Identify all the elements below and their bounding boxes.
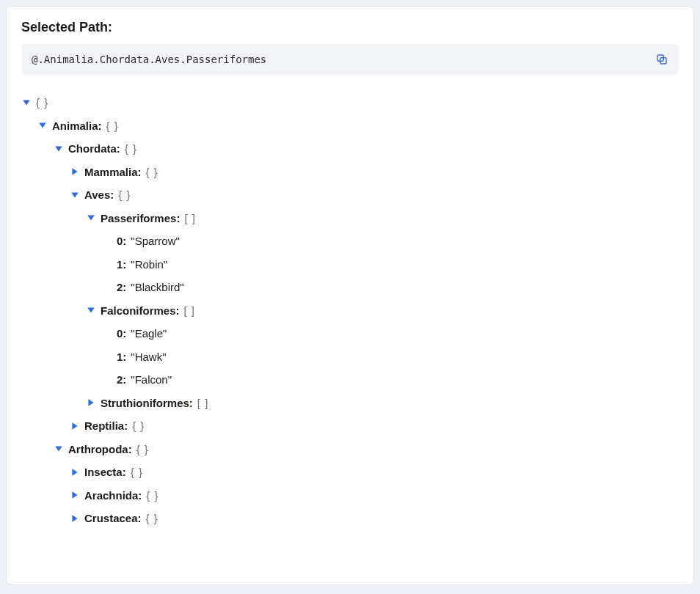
item-value: "Eagle" <box>131 322 167 345</box>
array-item[interactable]: 0: "Sparrow" <box>102 230 679 253</box>
chevron-down-icon[interactable] <box>21 98 32 108</box>
item-index: 2 <box>117 276 123 299</box>
tree-node-crustacea[interactable]: Crustacea: { } <box>70 507 679 530</box>
tree-node-insecta[interactable]: Insecta: { } <box>70 461 679 484</box>
node-key: Crustacea <box>84 507 138 530</box>
node-type-icon: { } <box>131 461 143 484</box>
selected-path-text: @.Animalia.Chordata.Aves.Passeriformes <box>32 54 266 65</box>
item-value: "Falcon" <box>131 368 172 392</box>
node-key: Falconiformes <box>101 299 176 323</box>
chevron-down-icon[interactable] <box>54 144 64 154</box>
tree-node-struthioniformes[interactable]: Struthioniformes: [ ] <box>86 392 679 415</box>
item-value: "Blackbird" <box>131 276 183 299</box>
node-key: Passeriformes <box>101 207 176 230</box>
chevron-right-icon[interactable] <box>70 490 80 500</box>
chevron-right-icon[interactable] <box>70 421 80 431</box>
chevron-down-icon[interactable] <box>86 213 96 223</box>
chevron-right-icon[interactable] <box>86 397 96 408</box>
item-index: 0 <box>117 322 123 345</box>
node-key: Insecta <box>84 461 123 484</box>
node-key: Chordata <box>68 137 117 161</box>
node-type-icon: [ ] <box>197 392 209 415</box>
chevron-down-icon[interactable] <box>86 305 96 315</box>
node-type-icon: [ ] <box>184 299 196 323</box>
node-key: Struthioniformes <box>101 392 189 415</box>
tree-node-arthropoda[interactable]: Arthropoda: { } Insecta: <box>54 438 679 530</box>
item-index: 1 <box>117 253 123 276</box>
selected-path-box: @.Animalia.Chordata.Aves.Passeriformes <box>21 44 679 75</box>
node-type-icon: { } <box>136 438 149 461</box>
node-type-icon: [ ] <box>184 207 196 230</box>
node-key: Mammalia <box>84 161 138 184</box>
tree-node-animalia[interactable]: Animalia: { } Chordata: { } <box>37 114 679 530</box>
chevron-right-icon[interactable] <box>70 467 80 477</box>
chevron-down-icon[interactable] <box>70 190 80 200</box>
item-index: 1 <box>117 345 123 369</box>
chevron-right-icon[interactable] <box>70 513 80 524</box>
chevron-down-icon[interactable] <box>37 120 48 131</box>
copy-icon[interactable] <box>655 53 668 66</box>
array-item[interactable]: 0: "Eagle" <box>102 322 679 345</box>
chevron-right-icon[interactable] <box>70 166 80 177</box>
item-index: 0 <box>117 230 123 253</box>
item-value: "Hawk" <box>131 345 166 369</box>
chevron-down-icon[interactable] <box>54 444 64 454</box>
node-key: Animalia <box>52 114 98 138</box>
node-key: Reptilia <box>84 414 124 438</box>
array-item[interactable]: 1: "Hawk" <box>102 345 679 369</box>
node-key: Aves <box>84 183 110 207</box>
root-braces: { } <box>36 91 48 114</box>
selected-path-header: Selected Path: <box>21 20 679 35</box>
node-type-icon: { } <box>146 161 158 184</box>
json-viewer-panel: Selected Path: @.Animalia.Chordata.Aves.… <box>6 6 694 585</box>
node-type-icon: { } <box>132 414 145 438</box>
node-type-icon: { } <box>146 484 158 507</box>
tree-node-mammalia[interactable]: Mammalia: { } <box>70 161 679 184</box>
tree-root: { } Animalia: { } <box>21 91 679 530</box>
node-key: Arthropoda <box>68 438 128 461</box>
tree-node-aves[interactable]: Aves: { } <box>70 183 679 414</box>
node-type-icon: { } <box>125 137 137 161</box>
node-key: Arachnida <box>84 484 138 507</box>
node-type-icon: { } <box>106 114 119 138</box>
node-type-icon: { } <box>118 183 131 207</box>
tree-node-passeriformes[interactable]: Passeriformes: [ ] 0: "Spa <box>86 207 679 299</box>
item-index: 2 <box>117 368 123 392</box>
item-value: "Sparrow" <box>131 230 180 253</box>
node-type-icon: { } <box>146 507 158 530</box>
array-item[interactable]: 1: "Robin" <box>102 253 679 276</box>
tree-node-reptilia[interactable]: Reptilia: { } <box>70 414 679 438</box>
tree-node-arachnida[interactable]: Arachnida: { } <box>70 484 679 507</box>
tree-node-falconiformes[interactable]: Falconiformes: [ ] 0: "Eag <box>86 299 679 392</box>
item-value: "Robin" <box>131 253 167 276</box>
array-item[interactable]: 2: "Blackbird" <box>102 276 679 299</box>
json-tree: { } Animalia: { } <box>21 91 679 530</box>
array-item[interactable]: 2: "Falcon" <box>102 368 679 392</box>
tree-node-chordata[interactable]: Chordata: { } <box>54 137 679 438</box>
